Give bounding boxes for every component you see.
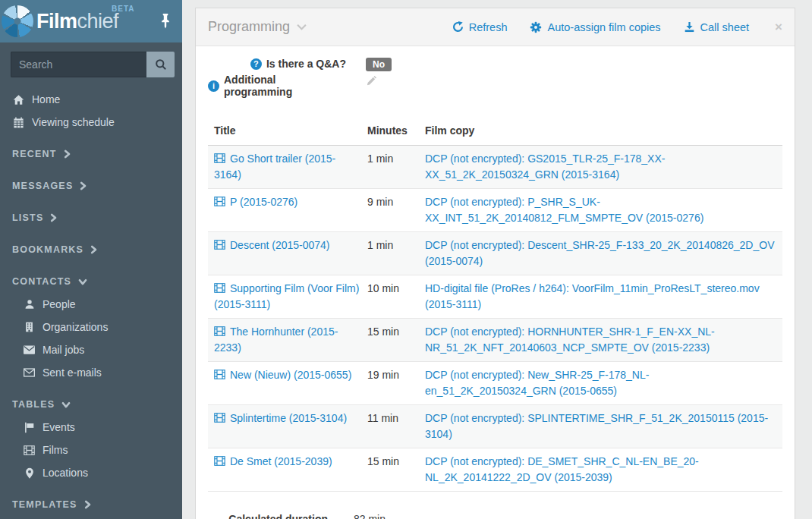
sidebar-nav: HomeViewing scheduleRECENTMESSAGESLISTSB… bbox=[0, 85, 182, 516]
sidebar-section-contacts[interactable]: CONTACTS bbox=[0, 270, 182, 293]
film-icon bbox=[214, 326, 225, 336]
app-logo[interactable]: Filmchief bbox=[36, 11, 118, 32]
sidebar-item-films[interactable]: Films bbox=[0, 439, 182, 461]
column-header-film-copy: Film copy bbox=[425, 123, 776, 139]
close-icon[interactable]: × bbox=[775, 20, 782, 33]
sidebar-item-locations[interactable]: Locations bbox=[0, 461, 182, 484]
building-icon bbox=[23, 322, 36, 332]
sidebar-item-label: Locations bbox=[42, 467, 88, 479]
qa-value-badge[interactable]: No bbox=[366, 58, 392, 71]
minutes-cell: 9 min bbox=[367, 194, 417, 210]
location-icon bbox=[23, 467, 36, 479]
calculated-duration-value: 82 min bbox=[354, 513, 386, 519]
section-label: CONTACTS bbox=[12, 276, 71, 287]
film-icon bbox=[214, 413, 225, 423]
film-copy-link[interactable]: HD-digital file (ProRes / h264): VoorFil… bbox=[425, 281, 776, 313]
sidebar-item-people[interactable]: People bbox=[0, 293, 182, 316]
panel-actions: Refresh Auto-assign film copies Call she… bbox=[452, 20, 782, 33]
film-copy-link[interactable]: DCP (not encrypted): DE_SMET_SHR_C_NL-EN… bbox=[425, 454, 776, 486]
call-sheet-button[interactable]: Call sheet bbox=[684, 21, 749, 33]
qa-value: No bbox=[366, 58, 782, 71]
sidebar-item-organizations[interactable]: Organizations bbox=[0, 316, 182, 338]
search-input[interactable] bbox=[11, 52, 146, 77]
section-label: RECENT bbox=[12, 149, 57, 159]
sidebar-item-label: People bbox=[42, 298, 76, 310]
sidebar-section-tables[interactable]: TABLES bbox=[0, 393, 182, 416]
chevron-right-icon bbox=[50, 213, 57, 222]
section-label: BOOKMARKS bbox=[12, 244, 83, 255]
film-title-link[interactable]: New (Nieuw) (2015-0655) bbox=[214, 369, 351, 381]
qa-row: ? Is there a Q&A? No bbox=[208, 58, 782, 71]
table-row: Splintertime (2015-3104)11 minDCP (not e… bbox=[208, 405, 782, 448]
sidebar-item-label: Mail jobs bbox=[42, 344, 84, 356]
programming-panel: Programming Refresh Auto-assign film cop… bbox=[195, 8, 795, 519]
sidebar-item-label: Viewing schedule bbox=[32, 116, 115, 128]
sidebar-section-bookmarks[interactable]: BOOKMARKS bbox=[0, 238, 182, 261]
search-button[interactable] bbox=[146, 52, 175, 77]
film-title-link[interactable]: P (2015-0276) bbox=[214, 196, 297, 208]
sidebar-item-mail-jobs[interactable]: Mail jobs bbox=[0, 338, 182, 361]
info-circle-icon: i bbox=[208, 80, 219, 92]
film-icon bbox=[214, 240, 225, 250]
sidebar-item-sent-e-mails[interactable]: Sent e-mails bbox=[0, 361, 182, 384]
additional-programming-label: i Additional programming bbox=[208, 74, 346, 98]
gear-icon bbox=[530, 21, 542, 33]
film-title-link[interactable]: Supporting Film (Voor Film) (2015-3111) bbox=[214, 282, 359, 310]
panel-header: Programming Refresh Auto-assign film cop… bbox=[196, 8, 795, 46]
films-table: Title Minutes Film copy Go Short trailer… bbox=[208, 118, 782, 492]
film-title-link[interactable]: De Smet (2015-2039) bbox=[214, 455, 332, 467]
question-circle-icon: ? bbox=[250, 58, 262, 70]
calendar-icon bbox=[12, 117, 25, 128]
film-copy-link[interactable]: DCP (not encrypted): SPLINTERTIME_SHR_F_… bbox=[425, 410, 776, 442]
qa-label: ? Is there a Q&A? bbox=[250, 58, 346, 70]
film-title-link[interactable]: Splintertime (2015-3104) bbox=[214, 412, 347, 424]
table-row: The Hornhunter (2015-2233)15 minDCP (not… bbox=[208, 319, 782, 362]
film-title-link[interactable]: Descent (2015-0074) bbox=[214, 239, 330, 251]
film-copy-link[interactable]: DCP (not encrypted): P_SHR_S_UK-XX_INT_5… bbox=[425, 194, 776, 226]
film-copy-link[interactable]: DCP (not encrypted): New_SHR-25_F-178_NL… bbox=[425, 367, 776, 399]
sidebar-section-templates[interactable]: TEMPLATES bbox=[0, 493, 182, 516]
download-icon bbox=[684, 21, 695, 33]
sidebar-section-lists[interactable]: LISTS bbox=[0, 206, 182, 229]
table-row: De Smet (2015-2039)15 minDCP (not encryp… bbox=[208, 448, 782, 492]
film-copy-link[interactable]: DCP (not encrypted): HORNHUNTER_SHR-1_F_… bbox=[425, 324, 776, 356]
sidebar-item-home[interactable]: Home bbox=[0, 88, 182, 111]
refresh-button[interactable]: Refresh bbox=[452, 21, 508, 33]
section-label: TEMPLATES bbox=[12, 499, 77, 510]
panel-title-dropdown[interactable]: Programming bbox=[208, 19, 307, 35]
film-copy-link[interactable]: DCP (not encrypted): GS2015_TLR-25_F-178… bbox=[425, 151, 776, 183]
calculated-duration-row: Calculated duration 82 min bbox=[208, 513, 782, 519]
pin-icon[interactable] bbox=[159, 13, 172, 30]
minutes-cell: 1 min bbox=[367, 151, 417, 167]
sidebar-item-label: Home bbox=[32, 93, 60, 105]
refresh-icon bbox=[452, 21, 464, 33]
minutes-cell: 15 min bbox=[367, 324, 417, 340]
additional-programming-row: i Additional programming bbox=[208, 74, 782, 98]
beta-badge: BETA bbox=[112, 5, 134, 13]
film-icon bbox=[214, 197, 225, 206]
sidebar-section-recent[interactable]: RECENT bbox=[0, 143, 182, 165]
film-title-link[interactable]: Go Short trailer (2015-3164) bbox=[214, 153, 335, 181]
edit-icon[interactable] bbox=[366, 75, 377, 86]
sidebar-section-messages[interactable]: MESSAGES bbox=[0, 175, 182, 197]
filmchief-aperture-icon bbox=[2, 5, 33, 37]
sidebar-item-events[interactable]: Events bbox=[0, 416, 182, 439]
film-copy-link[interactable]: DCP (not encrypted): Descent_SHR-25_F-13… bbox=[425, 237, 776, 269]
sent-mail-icon bbox=[23, 368, 36, 377]
calculated-duration-label: Calculated duration bbox=[228, 513, 328, 519]
table-row: Go Short trailer (2015-3164)1 minDCP (no… bbox=[208, 146, 782, 189]
column-header-title: Title bbox=[214, 123, 360, 139]
durations-summary: Calculated duration 82 min Communicated … bbox=[208, 513, 782, 519]
table-row: Descent (2015-0074)1 minDCP (not encrypt… bbox=[208, 232, 782, 275]
sidebar-item-viewing-schedule[interactable]: Viewing schedule bbox=[0, 111, 182, 134]
minutes-cell: 11 min bbox=[367, 410, 417, 426]
film-title-link[interactable]: The Hornhunter (2015-2233) bbox=[214, 326, 338, 354]
logo-chief: chief bbox=[77, 10, 119, 33]
table-row: P (2015-0276)9 minDCP (not encrypted): P… bbox=[208, 189, 782, 232]
chevron-right-icon bbox=[84, 500, 91, 509]
column-header-minutes: Minutes bbox=[367, 123, 417, 139]
page-title: Programming bbox=[208, 19, 290, 35]
minutes-cell: 15 min bbox=[367, 454, 417, 470]
film-icon bbox=[214, 153, 225, 163]
auto-assign-film-copies-button[interactable]: Auto-assign film copies bbox=[530, 21, 660, 33]
